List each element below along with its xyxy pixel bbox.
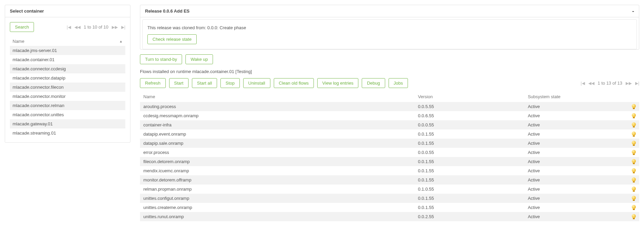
flow-version: 0.0.6.55 (415, 111, 524, 120)
flow-name: unittes.configut.onramp (140, 194, 415, 203)
container-list-item[interactable]: mlacade.connector.monitor (10, 92, 125, 101)
uninstall-button[interactable]: Uninstall (243, 78, 270, 88)
turn-to-standby-button[interactable]: Turn to stand-by (140, 54, 182, 64)
flow-version: 0.0.5.55 (415, 102, 524, 111)
lightbulb-icon[interactable] (632, 214, 636, 218)
flows-pager: |◀ ◀◀ 1 to 13 of 13 ▶▶ ▶| (580, 81, 639, 86)
lightbulb-icon[interactable] (632, 141, 636, 145)
table-row[interactable]: error.process0.0.0.55Active (140, 148, 639, 157)
flow-name: monitor.detorem.offramp (140, 175, 415, 185)
lightbulb-icon[interactable] (632, 196, 636, 200)
select-container-title: Select container (5, 5, 130, 17)
lightbulb-icon[interactable] (632, 122, 636, 126)
container-list-item[interactable]: mlacade.connector.unittes (10, 110, 125, 119)
flows-pager-prev-icon[interactable]: ◀◀ (588, 81, 594, 86)
lightbulb-icon[interactable] (632, 150, 636, 154)
flow-name: datapip.sale.onramp (140, 139, 415, 148)
table-row[interactable]: unittes.configut.onramp0.0.1.55Active (140, 194, 639, 203)
check-release-state-button[interactable]: Check release state (147, 34, 197, 44)
lightbulb-icon[interactable] (632, 168, 636, 172)
table-row[interactable]: monitor.detorem.offramp0.0.1.55Active (140, 175, 639, 185)
release-cloned-note: This release was cloned from: 0.0.0: Cre… (147, 24, 632, 34)
lightbulb-icon[interactable] (632, 159, 636, 163)
flow-state: Active (524, 212, 627, 221)
flow-state: Active (524, 203, 627, 212)
container-list-header[interactable]: Name ▲ (10, 37, 125, 46)
pager-first-icon[interactable]: |◀ (67, 25, 71, 30)
pager-next-icon[interactable]: ▶▶ (112, 25, 118, 30)
flow-name: error.process (140, 148, 415, 157)
container-list-item[interactable]: mlacade.connector.filecon (10, 83, 125, 92)
flow-state: Active (524, 120, 627, 129)
lightbulb-icon[interactable] (632, 177, 636, 181)
table-row[interactable]: mendix.icuemc.onramp0.0.1.55Active (140, 166, 639, 175)
flow-version: 0.0.1.55 (415, 139, 524, 148)
flow-state: Active (524, 111, 627, 120)
table-row[interactable]: relman.propman.onramp0.1.0.55Active (140, 185, 639, 194)
flows-col-name[interactable]: Name (140, 91, 415, 102)
table-row[interactable]: arouting.process0.0.5.55Active (140, 102, 639, 111)
flows-table: Name Version Subsystem state arouting.pr… (140, 91, 639, 221)
flow-name: unittes.runut.onramp (140, 212, 415, 221)
flows-col-state[interactable]: Subsystem state (524, 91, 627, 102)
lightbulb-icon[interactable] (632, 132, 636, 136)
flows-pager-first-icon[interactable]: |◀ (580, 81, 585, 86)
flow-state: Active (524, 157, 627, 166)
select-container-panel: Select container Search |◀ ◀◀ 1 to 10 of… (5, 5, 130, 143)
container-list: mlacade.jms-server.01mlacade.container.0… (10, 46, 125, 138)
flow-version: 0.0.1.55 (415, 157, 524, 166)
flow-name: mendix.icuemc.onramp (140, 166, 415, 175)
flow-name: relman.propman.onramp (140, 185, 415, 194)
container-list-item[interactable]: mlacade.connector.datapip (10, 73, 125, 83)
flow-state: Active (524, 175, 627, 185)
debug-button[interactable]: Debug (362, 78, 385, 88)
table-row[interactable]: datapip.event.onramp0.0.1.55Active (140, 129, 639, 139)
search-button[interactable]: Search (10, 22, 34, 32)
container-list-item[interactable]: mlacade.jms-server.01 (10, 46, 125, 55)
container-list-item[interactable]: mlacade.connector.relman (10, 101, 125, 110)
flows-pager-next-icon[interactable]: ▶▶ (626, 81, 632, 86)
flows-col-version[interactable]: Version (415, 91, 524, 102)
jobs-button[interactable]: Jobs (389, 78, 408, 88)
refresh-button[interactable]: Refresh (140, 78, 166, 88)
flow-state: Active (524, 166, 627, 175)
flow-name: unittes.createme.onramp (140, 203, 415, 212)
flow-name: datapip.event.onramp (140, 129, 415, 139)
minimize-icon[interactable]: - (632, 10, 634, 13)
pager-last-icon[interactable]: ▶| (121, 25, 125, 30)
lightbulb-icon[interactable] (632, 113, 636, 117)
flow-state: Active (524, 185, 627, 194)
container-list-item[interactable]: mlacade.connector.ccdesig (10, 64, 125, 73)
clean-old-flows-button[interactable]: Clean old flows (274, 78, 314, 88)
release-panel: Release 0.0.6 Add ES - This release was … (140, 5, 639, 50)
view-log-entries-button[interactable]: View log entries (317, 78, 359, 88)
container-list-item[interactable]: mlacade.streaming.01 (10, 128, 125, 138)
container-list-item[interactable]: mlacade.gateway.01 (10, 119, 125, 128)
lightbulb-icon[interactable] (632, 187, 636, 191)
flow-version: 0.0.1.55 (415, 129, 524, 139)
flows-pager-last-icon[interactable]: ▶| (635, 81, 639, 86)
wake-up-button[interactable]: Wake up (185, 54, 213, 64)
flow-state: Active (524, 129, 627, 139)
table-row[interactable]: ccdesig.messmapm.onramp0.0.6.55Active (140, 111, 639, 120)
table-row[interactable]: unittes.runut.onramp0.0.2.55Active (140, 212, 639, 221)
table-row[interactable]: unittes.createme.onramp0.0.1.55Active (140, 203, 639, 212)
table-row[interactable]: container-infra0.0.0.55Active (140, 120, 639, 129)
table-row[interactable]: datapip.sale.onramp0.0.1.55Active (140, 139, 639, 148)
flow-version: 0.0.1.55 (415, 203, 524, 212)
stop-button[interactable]: Stop (220, 78, 240, 88)
flow-version: 0.0.1.55 (415, 166, 524, 175)
flow-name: container-infra (140, 120, 415, 129)
release-title: Release 0.0.6 Add ES (145, 8, 190, 14)
flow-state: Active (524, 139, 627, 148)
flow-name: arouting.process (140, 102, 415, 111)
start-all-button[interactable]: Start all (192, 78, 217, 88)
lightbulb-icon[interactable] (632, 205, 636, 209)
lightbulb-icon[interactable] (632, 104, 636, 108)
container-pager: |◀ ◀◀ 1 to 10 of 10 ▶▶ ▶| (67, 24, 125, 30)
flow-state: Active (524, 148, 627, 157)
start-button[interactable]: Start (169, 78, 189, 88)
container-list-item[interactable]: mlacade.container.01 (10, 55, 125, 64)
table-row[interactable]: filecon.detorem.onramp0.0.1.55Active (140, 157, 639, 166)
pager-prev-icon[interactable]: ◀◀ (74, 25, 80, 30)
